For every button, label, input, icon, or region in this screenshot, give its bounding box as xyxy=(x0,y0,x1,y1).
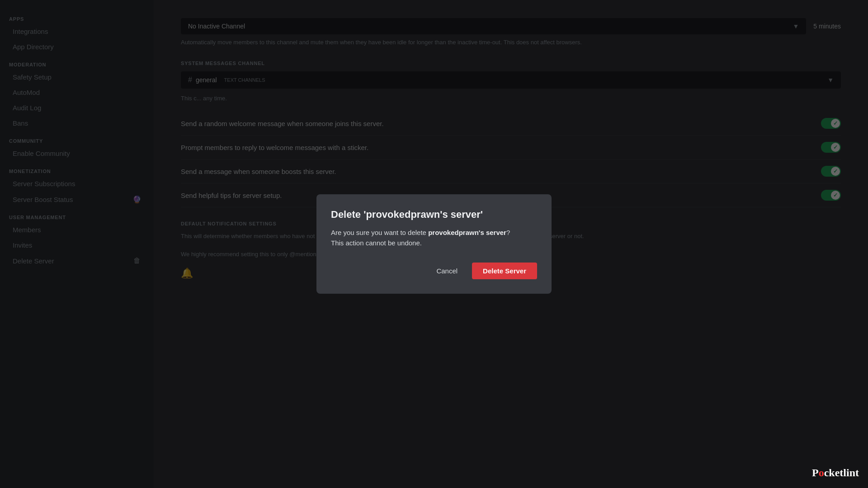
modal-server-name: provokedprawn's server xyxy=(428,229,506,236)
delete-server-modal: Delete 'provokedprawn's server' Are you … xyxy=(316,194,552,294)
modal-title: Delete 'provokedprawn's server' xyxy=(331,209,537,221)
watermark-cketlint: cketlint xyxy=(824,467,859,479)
modal-overlay[interactable]: Delete 'provokedprawn's server' Are you … xyxy=(0,0,868,488)
watermark-o: o xyxy=(819,467,824,479)
delete-server-button[interactable]: Delete Server xyxy=(472,263,537,279)
pocketlint-watermark: Pocketlint xyxy=(812,467,859,479)
modal-actions: Cancel Delete Server xyxy=(331,263,537,279)
modal-body: Are you sure you want to delete provoked… xyxy=(331,228,537,248)
cancel-button[interactable]: Cancel xyxy=(429,263,465,279)
watermark-p: P xyxy=(812,467,819,479)
